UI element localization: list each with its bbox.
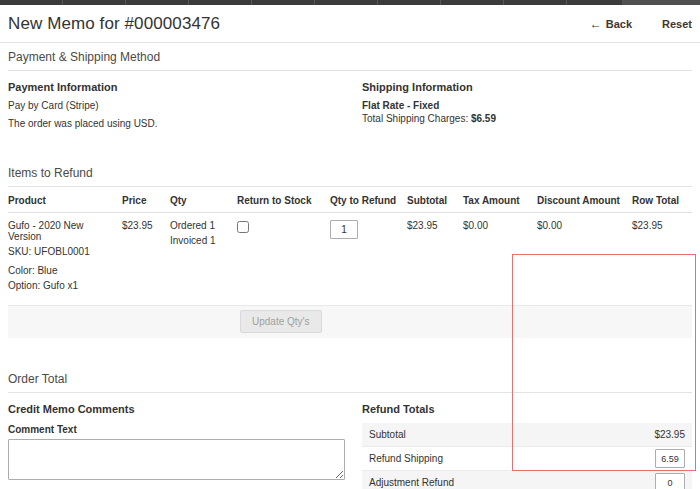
order-total-section: Order Total Credit Memo Comments Comment… [8, 365, 692, 489]
shipping-charges-value: $6.59 [471, 113, 496, 124]
totals-row-adjustment-refund: Adjustment Refund [362, 471, 692, 489]
refund-shipping-input[interactable] [655, 449, 685, 468]
totals-row-refund-shipping: Refund Shipping [362, 447, 692, 471]
update-qty-button[interactable]: Update Qty's [240, 310, 322, 333]
subtotal-label: Subtotal [369, 429, 406, 440]
payment-information-title: Payment Information [8, 81, 362, 93]
reset-button[interactable]: Reset [662, 18, 692, 30]
col-header-subtotal: Subtotal [407, 189, 463, 213]
section-title-order-total: Order Total [8, 365, 692, 393]
product-option: Option: Gufo x1 [8, 280, 118, 291]
qty-to-refund-input[interactable] [330, 220, 358, 239]
comment-text-input[interactable] [8, 439, 345, 480]
payment-currency-note: The order was placed using USD. [8, 118, 362, 129]
product-color: Color: Blue [8, 265, 118, 276]
discount-amount-cell: $0.00 [537, 213, 632, 306]
product-sku: SKU: UFOBL0001 [8, 246, 118, 257]
browser-tab-bar-edge [0, 0, 700, 5]
order-total-columns: Credit Memo Comments Comment Text Refund… [8, 393, 692, 489]
return-to-stock-checkbox[interactable] [237, 221, 249, 233]
page-header: New Memo for #000003476 ← Back Reset [0, 5, 700, 43]
subtotal-cell: $23.95 [407, 213, 463, 306]
adjustment-refund-input[interactable] [655, 473, 685, 489]
payment-method: Pay by Card (Stripe) [8, 100, 362, 111]
col-header-product: Product [8, 189, 122, 213]
subtotal-value: $23.95 [654, 429, 685, 440]
item-row: Gufo - 2020 New Version SKU: UFOBL0001 C… [8, 213, 692, 306]
col-header-qty-to-refund: Qty to Refund [330, 189, 407, 213]
reset-button-label: Reset [662, 18, 692, 30]
credit-memo-comments-title: Credit Memo Comments [8, 403, 362, 415]
col-header-qty: Qty [170, 189, 237, 213]
adjustment-refund-label: Adjustment Refund [369, 477, 454, 488]
items-to-refund-section: Items to Refund Product Price Qty Return… [8, 159, 692, 338]
totals-row-subtotal: Subtotal $23.95 [362, 423, 692, 447]
page-content: Payment & Shipping Method Payment Inform… [0, 43, 700, 489]
col-header-row-total: Row Total [632, 189, 692, 213]
payment-shipping-columns: Payment Information Pay by Card (Stripe)… [8, 71, 692, 129]
shipping-charges: Total Shipping Charges: $6.59 [362, 113, 692, 124]
section-title-payment-shipping: Payment & Shipping Method [8, 43, 692, 71]
items-table: Product Price Qty Return to Stock Qty to… [8, 189, 692, 306]
refund-totals-title: Refund Totals [362, 403, 692, 415]
row-total-cell: $23.95 [632, 213, 692, 306]
items-table-footer: Update Qty's [8, 306, 692, 338]
header-actions: ← Back Reset [590, 17, 692, 31]
credit-memo-comments-block: Credit Memo Comments Comment Text [8, 393, 362, 489]
shipping-information-block: Shipping Information Flat Rate - Fixed T… [362, 71, 692, 129]
section-title-items: Items to Refund [8, 159, 692, 187]
product-name: Gufo - 2020 New Version [8, 220, 118, 242]
refund-shipping-label: Refund Shipping [369, 453, 443, 464]
col-header-discount-amount: Discount Amount [537, 189, 632, 213]
refund-totals-rows: Subtotal $23.95 Refund Shipping Adjustme… [362, 423, 692, 489]
col-header-price: Price [122, 189, 170, 213]
back-button-label: Back [606, 18, 632, 30]
return-to-stock-cell [237, 213, 330, 306]
col-header-tax-amount: Tax Amount [463, 189, 537, 213]
back-arrow-icon: ← [590, 17, 602, 31]
active-tab-segment [622, 0, 700, 5]
qty-cell: Ordered 1 Invoiced 1 [170, 213, 237, 306]
back-button[interactable]: ← Back [590, 17, 632, 31]
items-table-header-row: Product Price Qty Return to Stock Qty to… [8, 189, 692, 213]
qty-ordered: Ordered 1 [170, 220, 233, 231]
shipping-information-title: Shipping Information [362, 81, 692, 93]
credit-memo-page: New Memo for #000003476 ← Back Reset Pay… [0, 0, 700, 489]
page-title: New Memo for #000003476 [8, 14, 220, 34]
shipping-charges-label: Total Shipping Charges: [362, 113, 471, 124]
product-cell: Gufo - 2020 New Version SKU: UFOBL0001 C… [8, 213, 122, 306]
price-cell: $23.95 [122, 213, 170, 306]
qty-to-refund-cell [330, 213, 407, 306]
shipping-method: Flat Rate - Fixed [362, 100, 692, 111]
qty-invoiced: Invoiced 1 [170, 235, 233, 246]
comment-text-label: Comment Text [8, 424, 362, 435]
refund-totals-block: Refund Totals Subtotal $23.95 Refund Shi… [362, 393, 692, 489]
col-header-return-to-stock: Return to Stock [237, 189, 330, 213]
payment-information-block: Payment Information Pay by Card (Stripe)… [8, 71, 362, 129]
tax-amount-cell: $0.00 [463, 213, 537, 306]
